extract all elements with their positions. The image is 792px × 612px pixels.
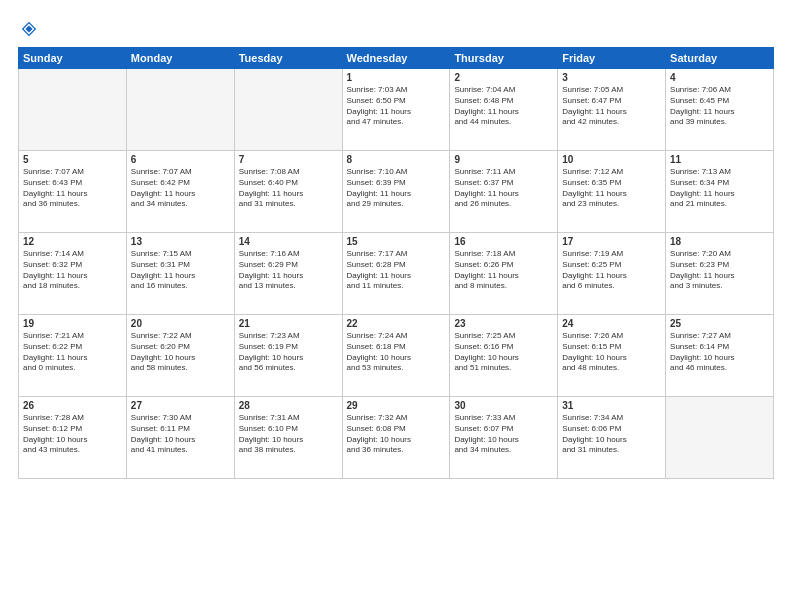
- day-number: 15: [347, 236, 446, 247]
- day-info: Sunrise: 7:07 AM Sunset: 6:43 PM Dayligh…: [23, 167, 122, 210]
- calendar-cell: 13Sunrise: 7:15 AM Sunset: 6:31 PM Dayli…: [126, 233, 234, 315]
- day-info: Sunrise: 7:14 AM Sunset: 6:32 PM Dayligh…: [23, 249, 122, 292]
- day-info: Sunrise: 7:26 AM Sunset: 6:15 PM Dayligh…: [562, 331, 661, 374]
- day-number: 17: [562, 236, 661, 247]
- calendar-cell: 31Sunrise: 7:34 AM Sunset: 6:06 PM Dayli…: [558, 397, 666, 479]
- calendar-cell: 7Sunrise: 7:08 AM Sunset: 6:40 PM Daylig…: [234, 151, 342, 233]
- day-number: 10: [562, 154, 661, 165]
- day-info: Sunrise: 7:20 AM Sunset: 6:23 PM Dayligh…: [670, 249, 769, 292]
- calendar-cell: 21Sunrise: 7:23 AM Sunset: 6:19 PM Dayli…: [234, 315, 342, 397]
- calendar: SundayMondayTuesdayWednesdayThursdayFrid…: [18, 47, 774, 479]
- calendar-cell: [19, 69, 127, 151]
- weekday-header-sunday: Sunday: [19, 48, 127, 69]
- logo-text: [18, 18, 38, 39]
- day-info: Sunrise: 7:08 AM Sunset: 6:40 PM Dayligh…: [239, 167, 338, 210]
- calendar-cell: 4Sunrise: 7:06 AM Sunset: 6:45 PM Daylig…: [666, 69, 774, 151]
- calendar-cell: 29Sunrise: 7:32 AM Sunset: 6:08 PM Dayli…: [342, 397, 450, 479]
- weekday-header-row: SundayMondayTuesdayWednesdayThursdayFrid…: [19, 48, 774, 69]
- calendar-cell: [234, 69, 342, 151]
- calendar-cell: 18Sunrise: 7:20 AM Sunset: 6:23 PM Dayli…: [666, 233, 774, 315]
- day-number: 1: [347, 72, 446, 83]
- week-row-2: 5Sunrise: 7:07 AM Sunset: 6:43 PM Daylig…: [19, 151, 774, 233]
- week-row-5: 26Sunrise: 7:28 AM Sunset: 6:12 PM Dayli…: [19, 397, 774, 479]
- calendar-cell: 8Sunrise: 7:10 AM Sunset: 6:39 PM Daylig…: [342, 151, 450, 233]
- day-info: Sunrise: 7:28 AM Sunset: 6:12 PM Dayligh…: [23, 413, 122, 456]
- day-number: 25: [670, 318, 769, 329]
- calendar-cell: 25Sunrise: 7:27 AM Sunset: 6:14 PM Dayli…: [666, 315, 774, 397]
- day-info: Sunrise: 7:32 AM Sunset: 6:08 PM Dayligh…: [347, 413, 446, 456]
- day-number: 23: [454, 318, 553, 329]
- day-info: Sunrise: 7:34 AM Sunset: 6:06 PM Dayligh…: [562, 413, 661, 456]
- day-info: Sunrise: 7:22 AM Sunset: 6:20 PM Dayligh…: [131, 331, 230, 374]
- calendar-cell: 11Sunrise: 7:13 AM Sunset: 6:34 PM Dayli…: [666, 151, 774, 233]
- weekday-header-tuesday: Tuesday: [234, 48, 342, 69]
- day-number: 9: [454, 154, 553, 165]
- day-info: Sunrise: 7:24 AM Sunset: 6:18 PM Dayligh…: [347, 331, 446, 374]
- day-number: 6: [131, 154, 230, 165]
- calendar-cell: [666, 397, 774, 479]
- day-number: 14: [239, 236, 338, 247]
- calendar-cell: 23Sunrise: 7:25 AM Sunset: 6:16 PM Dayli…: [450, 315, 558, 397]
- calendar-cell: 30Sunrise: 7:33 AM Sunset: 6:07 PM Dayli…: [450, 397, 558, 479]
- day-info: Sunrise: 7:27 AM Sunset: 6:14 PM Dayligh…: [670, 331, 769, 374]
- day-info: Sunrise: 7:16 AM Sunset: 6:29 PM Dayligh…: [239, 249, 338, 292]
- day-number: 18: [670, 236, 769, 247]
- calendar-cell: 1Sunrise: 7:03 AM Sunset: 6:50 PM Daylig…: [342, 69, 450, 151]
- day-number: 8: [347, 154, 446, 165]
- week-row-4: 19Sunrise: 7:21 AM Sunset: 6:22 PM Dayli…: [19, 315, 774, 397]
- calendar-cell: 16Sunrise: 7:18 AM Sunset: 6:26 PM Dayli…: [450, 233, 558, 315]
- day-info: Sunrise: 7:19 AM Sunset: 6:25 PM Dayligh…: [562, 249, 661, 292]
- weekday-header-thursday: Thursday: [450, 48, 558, 69]
- calendar-cell: 9Sunrise: 7:11 AM Sunset: 6:37 PM Daylig…: [450, 151, 558, 233]
- calendar-cell: [126, 69, 234, 151]
- day-number: 16: [454, 236, 553, 247]
- day-info: Sunrise: 7:04 AM Sunset: 6:48 PM Dayligh…: [454, 85, 553, 128]
- day-number: 27: [131, 400, 230, 411]
- calendar-cell: 26Sunrise: 7:28 AM Sunset: 6:12 PM Dayli…: [19, 397, 127, 479]
- calendar-cell: 15Sunrise: 7:17 AM Sunset: 6:28 PM Dayli…: [342, 233, 450, 315]
- day-info: Sunrise: 7:25 AM Sunset: 6:16 PM Dayligh…: [454, 331, 553, 374]
- calendar-cell: 19Sunrise: 7:21 AM Sunset: 6:22 PM Dayli…: [19, 315, 127, 397]
- day-number: 30: [454, 400, 553, 411]
- week-row-1: 1Sunrise: 7:03 AM Sunset: 6:50 PM Daylig…: [19, 69, 774, 151]
- day-info: Sunrise: 7:13 AM Sunset: 6:34 PM Dayligh…: [670, 167, 769, 210]
- day-info: Sunrise: 7:31 AM Sunset: 6:10 PM Dayligh…: [239, 413, 338, 456]
- day-number: 24: [562, 318, 661, 329]
- logo-icon: [20, 20, 38, 38]
- calendar-cell: 20Sunrise: 7:22 AM Sunset: 6:20 PM Dayli…: [126, 315, 234, 397]
- day-info: Sunrise: 7:33 AM Sunset: 6:07 PM Dayligh…: [454, 413, 553, 456]
- calendar-cell: 22Sunrise: 7:24 AM Sunset: 6:18 PM Dayli…: [342, 315, 450, 397]
- day-number: 20: [131, 318, 230, 329]
- calendar-cell: 14Sunrise: 7:16 AM Sunset: 6:29 PM Dayli…: [234, 233, 342, 315]
- calendar-cell: 2Sunrise: 7:04 AM Sunset: 6:48 PM Daylig…: [450, 69, 558, 151]
- day-number: 26: [23, 400, 122, 411]
- day-number: 22: [347, 318, 446, 329]
- day-info: Sunrise: 7:03 AM Sunset: 6:50 PM Dayligh…: [347, 85, 446, 128]
- weekday-header-saturday: Saturday: [666, 48, 774, 69]
- day-info: Sunrise: 7:05 AM Sunset: 6:47 PM Dayligh…: [562, 85, 661, 128]
- day-number: 11: [670, 154, 769, 165]
- calendar-cell: 27Sunrise: 7:30 AM Sunset: 6:11 PM Dayli…: [126, 397, 234, 479]
- week-row-3: 12Sunrise: 7:14 AM Sunset: 6:32 PM Dayli…: [19, 233, 774, 315]
- day-info: Sunrise: 7:06 AM Sunset: 6:45 PM Dayligh…: [670, 85, 769, 128]
- weekday-header-monday: Monday: [126, 48, 234, 69]
- day-number: 3: [562, 72, 661, 83]
- calendar-cell: 24Sunrise: 7:26 AM Sunset: 6:15 PM Dayli…: [558, 315, 666, 397]
- calendar-cell: 17Sunrise: 7:19 AM Sunset: 6:25 PM Dayli…: [558, 233, 666, 315]
- weekday-header-friday: Friday: [558, 48, 666, 69]
- day-number: 28: [239, 400, 338, 411]
- calendar-cell: 28Sunrise: 7:31 AM Sunset: 6:10 PM Dayli…: [234, 397, 342, 479]
- day-number: 19: [23, 318, 122, 329]
- day-info: Sunrise: 7:07 AM Sunset: 6:42 PM Dayligh…: [131, 167, 230, 210]
- calendar-cell: 3Sunrise: 7:05 AM Sunset: 6:47 PM Daylig…: [558, 69, 666, 151]
- day-number: 29: [347, 400, 446, 411]
- calendar-cell: 10Sunrise: 7:12 AM Sunset: 6:35 PM Dayli…: [558, 151, 666, 233]
- day-info: Sunrise: 7:21 AM Sunset: 6:22 PM Dayligh…: [23, 331, 122, 374]
- day-number: 5: [23, 154, 122, 165]
- day-number: 4: [670, 72, 769, 83]
- day-info: Sunrise: 7:23 AM Sunset: 6:19 PM Dayligh…: [239, 331, 338, 374]
- day-info: Sunrise: 7:30 AM Sunset: 6:11 PM Dayligh…: [131, 413, 230, 456]
- calendar-cell: 12Sunrise: 7:14 AM Sunset: 6:32 PM Dayli…: [19, 233, 127, 315]
- calendar-cell: 6Sunrise: 7:07 AM Sunset: 6:42 PM Daylig…: [126, 151, 234, 233]
- day-info: Sunrise: 7:17 AM Sunset: 6:28 PM Dayligh…: [347, 249, 446, 292]
